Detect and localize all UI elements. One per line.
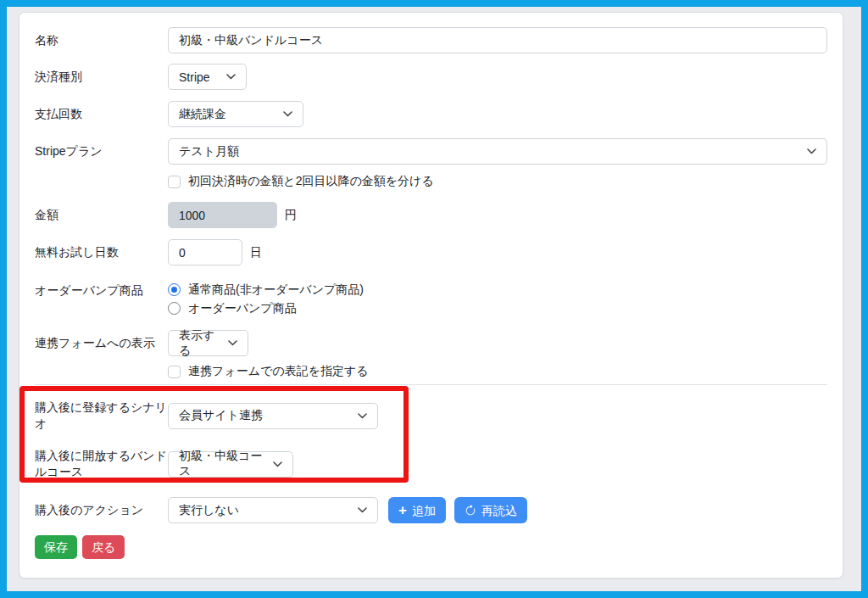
chevron-down-icon: [218, 74, 236, 80]
screenshot-frame: 名称 決済種別 Stripe 支払回数 継続課金: [0, 0, 868, 598]
row-trial-days: 無料お試し日数 日: [35, 239, 827, 265]
chevron-down-icon: [275, 111, 292, 117]
name-input[interactable]: [168, 27, 827, 53]
split-price-checkbox-label: 初回決済時の金額と2回目以降の金額を分ける: [188, 174, 434, 189]
order-bump-option-normal-label: 通常商品(非オーダーバンプ商品): [188, 282, 364, 297]
row-bundle-course: 購入後に開放するバンドルコース 初級・中級コース: [35, 448, 827, 480]
order-bump-radio-group: 通常商品(非オーダーバンプ商品) オーダーバンプ商品: [168, 282, 364, 316]
bundle-course-value: 初級・中級コース: [179, 449, 264, 479]
row-order-bump: オーダーバンプ商品 通常商品(非オーダーバンプ商品) オーダーバンプ商品: [35, 282, 827, 316]
payment-type-label: 決済種別: [35, 69, 168, 85]
order-bump-option-normal[interactable]: 通常商品(非オーダーバンプ商品): [168, 282, 364, 297]
payment-count-select[interactable]: 継続課金: [168, 101, 303, 127]
row-scenario: 購入後に登録するシナリオ 会員サイト連携: [35, 400, 827, 432]
row-stripe-plan: Stripeプラン テスト月額: [35, 138, 827, 165]
section-divider: [35, 384, 827, 385]
row-split-price: 初回決済時の金額と2回目以降の金額を分ける: [168, 174, 827, 189]
trial-days-input[interactable]: [168, 239, 242, 265]
scenario-select[interactable]: 会員サイト連携: [168, 403, 378, 429]
stripe-plan-select[interactable]: テスト月額: [168, 138, 827, 165]
name-label: 名称: [35, 32, 168, 48]
page-background: 名称 決済種別 Stripe 支払回数 継続課金: [7, 7, 861, 591]
trial-days-label: 無料お試し日数: [35, 244, 168, 260]
form-display-value: 表示する: [179, 328, 220, 359]
form-display-select[interactable]: 表示する: [168, 330, 248, 356]
stripe-plan-value: テスト月額: [179, 144, 239, 159]
post-action-label: 購入後のアクション: [35, 502, 168, 518]
radio-checked-icon[interactable]: [168, 283, 181, 296]
scenario-label: 購入後に登録するシナリオ: [35, 400, 168, 432]
product-edit-form-card: 名称 決済種別 Stripe 支払回数 継続課金: [19, 12, 843, 578]
split-price-checkbox[interactable]: [168, 176, 181, 188]
back-button[interactable]: 戻る: [82, 535, 125, 559]
reload-button[interactable]: 再読込: [454, 497, 527, 523]
amount-label: 金額: [35, 207, 168, 223]
payment-count-label: 支払回数: [35, 106, 168, 122]
payment-count-value: 継続課金: [179, 107, 226, 122]
trial-days-unit-label: 日: [250, 245, 262, 260]
row-payment-count: 支払回数 継続課金: [35, 101, 827, 127]
amount-input: [168, 202, 277, 228]
chevron-down-icon: [349, 413, 367, 419]
back-button-label: 戻る: [92, 541, 115, 553]
post-action-select[interactable]: 実行しない: [168, 497, 378, 523]
chevron-down-icon: [264, 461, 282, 467]
footer-buttons: 保存 戻る: [35, 535, 827, 559]
order-bump-label: オーダーバンプ商品: [35, 282, 168, 299]
radio-unchecked-icon[interactable]: [168, 302, 181, 315]
chevron-down-icon: [220, 340, 237, 346]
row-form-notation: 連携フォームでの表記を指定する: [168, 364, 827, 379]
plus-icon: +: [398, 503, 407, 517]
row-post-action: 購入後のアクション 実行しない + 追加: [35, 497, 827, 523]
payment-type-value: Stripe: [179, 70, 210, 84]
post-action-buttons: + 追加 再読込: [388, 497, 527, 523]
add-button[interactable]: + 追加: [388, 497, 446, 523]
scenario-value: 会員サイト連携: [179, 408, 263, 423]
payment-type-select[interactable]: Stripe: [168, 64, 247, 90]
row-form-display: 連携フォームへの表示 表示する: [35, 330, 827, 356]
post-action-value: 実行しない: [179, 503, 239, 518]
row-name: 名称: [35, 27, 827, 53]
amount-unit-label: 円: [285, 208, 297, 223]
order-bump-option-bump[interactable]: オーダーバンプ商品: [168, 301, 364, 316]
form-display-label: 連携フォームへの表示: [35, 335, 168, 351]
chevron-down-icon: [349, 507, 367, 513]
save-button[interactable]: 保存: [35, 535, 77, 559]
bundle-course-label: 購入後に開放するバンドルコース: [35, 448, 168, 480]
reload-button-label: 再読込: [481, 505, 517, 517]
form-notation-checkbox-label: 連携フォームでの表記を指定する: [188, 364, 369, 379]
form-notation-checkbox[interactable]: [168, 366, 181, 378]
add-button-label: 追加: [412, 505, 436, 517]
bundle-course-select[interactable]: 初級・中級コース: [168, 451, 293, 478]
stripe-plan-label: Stripeプラン: [35, 143, 168, 159]
row-amount: 金額 円: [35, 202, 827, 228]
row-payment-type: 決済種別 Stripe: [35, 64, 827, 90]
chevron-down-icon: [798, 148, 816, 154]
order-bump-option-bump-label: オーダーバンプ商品: [188, 301, 297, 316]
refresh-icon: [465, 505, 476, 517]
save-button-label: 保存: [44, 541, 68, 553]
